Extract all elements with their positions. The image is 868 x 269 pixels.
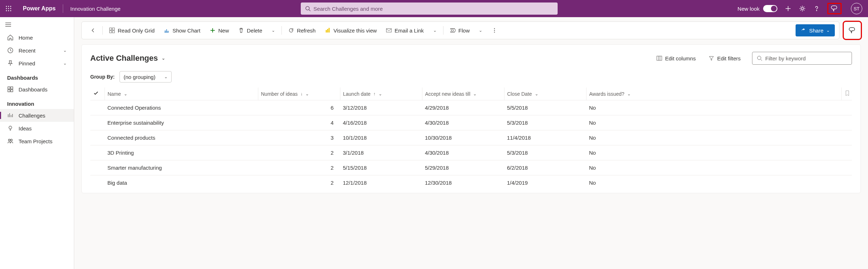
avatar[interactable]: ST [851, 3, 862, 14]
copilot-icon [831, 5, 838, 13]
col-close[interactable]: Close Date⌄ [504, 88, 586, 100]
row-selector[interactable] [90, 130, 105, 145]
chevron-down-icon: ⌄ [63, 61, 67, 66]
cell-ideas: 2 [258, 145, 340, 160]
edit-filters-button[interactable]: Edit filters [707, 53, 742, 64]
sidebar-collapse-button[interactable] [0, 19, 74, 31]
col-accept[interactable]: Accept new ideas till⌄ [422, 88, 504, 100]
copilot-icon [848, 26, 856, 34]
table-row[interactable]: Smarter manufacturing25/15/20185/29/2018… [90, 160, 852, 175]
cell-name: Smarter manufacturing [105, 160, 258, 175]
cell-ideas: 2 [258, 175, 340, 190]
table-row[interactable]: Big data212/1/201812/30/20181/4/2019No [90, 175, 852, 190]
app-launcher-icon[interactable] [1, 1, 16, 16]
sidebar-item-recent[interactable]: Recent ⌄ [0, 44, 74, 57]
col-awards[interactable]: Awards issued?⌄ [586, 88, 841, 100]
add-icon[interactable] [785, 5, 792, 12]
read-only-grid-button[interactable]: Read Only Grid [105, 24, 159, 37]
global-search[interactable] [301, 3, 558, 15]
copilot-pane-button[interactable] [844, 22, 861, 39]
keyword-filter[interactable] [752, 52, 852, 65]
select-all-header[interactable] [90, 88, 105, 100]
sidebar-item-team-projects[interactable]: Team Projects [0, 135, 74, 148]
cell-accept: 4/29/2018 [422, 100, 504, 115]
table-row[interactable]: Connected products310/1/201810/30/201811… [90, 130, 852, 145]
share-button[interactable]: Share ⌄ [796, 24, 835, 36]
chevron-down-icon: ⌄ [826, 28, 830, 33]
svg-rect-27 [110, 28, 112, 30]
chevron-down-icon: ⌄ [379, 91, 382, 96]
grid-icon [109, 28, 115, 33]
help-icon[interactable] [813, 5, 820, 12]
chevron-down-icon: ⌄ [162, 56, 165, 61]
sidebar-item-challenges[interactable]: Challenges [0, 109, 74, 122]
columns-icon [656, 55, 662, 61]
back-button[interactable] [86, 24, 100, 37]
row-selector[interactable] [90, 115, 105, 130]
svg-point-7 [8, 10, 9, 11]
delete-button[interactable]: Delete [234, 24, 267, 37]
delete-dropdown[interactable]: ⌄ [267, 24, 279, 37]
refresh-button[interactable]: Refresh [284, 24, 320, 37]
more-commands-button[interactable] [487, 24, 502, 37]
sidebar-item-home[interactable]: Home [0, 31, 74, 44]
edit-columns-button[interactable]: Edit columns [655, 53, 697, 64]
cell-bookmark[interactable] [841, 160, 852, 175]
cell-bookmark[interactable] [841, 145, 852, 160]
col-ideas[interactable]: Number of ideas↓⌄ [258, 88, 340, 100]
cell-bookmark[interactable] [841, 100, 852, 115]
cell-name: Big data [105, 175, 258, 190]
chevron-down-icon: ⌄ [124, 91, 127, 96]
svg-point-43 [757, 56, 761, 60]
trash-icon [238, 28, 244, 33]
row-selector[interactable] [90, 100, 105, 115]
row-selector[interactable] [90, 160, 105, 175]
cell-close: 5/3/2018 [504, 145, 586, 160]
table-row[interactable]: Enterprise sustainability44/16/20184/30/… [90, 115, 852, 130]
svg-point-37 [494, 28, 495, 29]
col-name[interactable]: Name⌄ [105, 88, 258, 100]
brand-label[interactable]: Power Apps [23, 5, 56, 12]
cell-bookmark[interactable] [841, 115, 852, 130]
email-dropdown[interactable]: ⌄ [429, 24, 441, 37]
svg-rect-20 [8, 87, 10, 89]
sidebar-item-dashboards[interactable]: Dashboards [0, 83, 74, 96]
people-icon [7, 138, 14, 144]
check-icon [93, 90, 99, 96]
view-title[interactable]: Active Challenges ⌄ [90, 54, 165, 63]
chevron-down-icon: ⌄ [271, 28, 275, 33]
copilot-header-button[interactable] [827, 3, 842, 14]
gear-icon[interactable] [799, 5, 806, 12]
chevron-down-icon: ⌄ [479, 28, 482, 33]
table-row[interactable]: Connected Operations63/12/20184/29/20185… [90, 100, 852, 115]
sidebar-item-pinned[interactable]: Pinned ⌄ [0, 57, 74, 70]
bookmark-icon [844, 90, 850, 96]
cell-bookmark[interactable] [841, 175, 852, 190]
keyword-filter-input[interactable] [765, 55, 847, 61]
table-row[interactable]: 3D Printing23/1/20184/30/20185/3/2018No [90, 145, 852, 160]
show-chart-button[interactable]: Show Chart [159, 24, 204, 37]
cell-bookmark[interactable] [841, 130, 852, 145]
flow-dropdown[interactable]: ⌄ [474, 24, 487, 37]
col-launch[interactable]: Launch date↑⌄ [340, 88, 422, 100]
new-look-toggle[interactable] [763, 5, 777, 12]
clock-icon [7, 47, 14, 54]
sidebar-item-ideas[interactable]: Ideas [0, 122, 74, 135]
svg-point-13 [801, 8, 803, 10]
visualize-button[interactable]: Visualize this view [321, 24, 381, 37]
row-selector[interactable] [90, 145, 105, 160]
sidebar-item-label: Ideas [19, 125, 32, 131]
col-bookmark[interactable] [841, 88, 852, 100]
chevron-down-icon: ⌄ [473, 91, 477, 96]
arrow-left-icon [90, 28, 96, 33]
row-selector[interactable] [90, 175, 105, 190]
sidebar-section-dashboards: Dashboards [0, 70, 74, 83]
cell-ideas: 6 [258, 100, 340, 115]
search-input[interactable] [314, 6, 553, 12]
cell-launch: 5/15/2018 [340, 160, 422, 175]
new-button[interactable]: New [205, 24, 233, 37]
group-by-select[interactable]: (no grouping) ⌄ [120, 71, 171, 83]
email-link-button[interactable]: Email a Link [382, 24, 428, 37]
svg-rect-33 [326, 30, 327, 33]
flow-button[interactable]: Flow [446, 24, 474, 37]
